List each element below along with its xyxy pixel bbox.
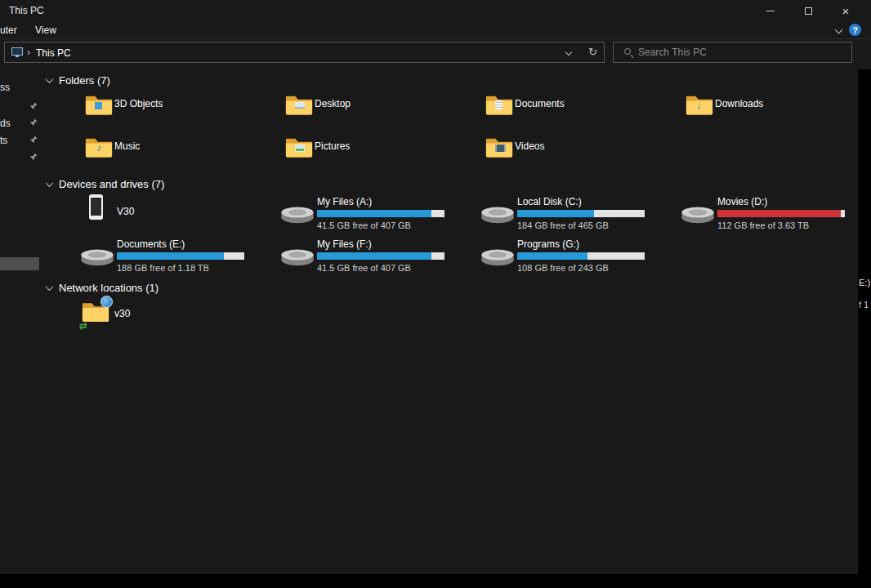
breadcrumb-chevron-icon: ›	[27, 47, 30, 58]
sidebar-pinned-item-4[interactable]	[0, 150, 39, 165]
sidebar-pinned-item-2[interactable]: ds	[0, 116, 39, 131]
hard-drive-icon	[480, 244, 515, 267]
drive-item-v30[interactable]: V30	[78, 194, 275, 234]
drive-free-text: 112 GB free of 3.63 TB	[717, 220, 809, 230]
sidebar-item-label-fragment: ts	[0, 135, 7, 146]
pin-icon	[29, 102, 38, 110]
folder-label: Videos	[515, 140, 544, 152]
folders-section-header[interactable]: Folders (7)	[47, 74, 110, 87]
navigation-pane: ss ds ts	[0, 65, 39, 574]
globe-icon	[100, 296, 113, 308]
documents-folder-icon	[485, 92, 513, 116]
folder-glyph: ↓	[696, 100, 702, 110]
minimize-button[interactable]	[752, 0, 789, 21]
folder-glyph: ♪	[96, 142, 102, 153]
sidebar-selected-item[interactable]	[0, 257, 39, 270]
folder-glyph	[295, 145, 305, 152]
bottom-black-bar	[0, 574, 871, 588]
pin-icon	[29, 136, 38, 144]
drive-usage-fill	[117, 252, 224, 260]
background-window-text-fragment: E:)	[859, 278, 870, 287]
folder-item-documents[interactable]: Documents	[479, 90, 673, 129]
network-arrows-icon: ⇄	[79, 321, 87, 331]
drives-section-header[interactable]: Devices and drives (7)	[47, 177, 164, 190]
sidebar-pinned-item-1[interactable]	[0, 100, 39, 114]
title-bar[interactable]: This PC ×	[0, 0, 871, 21]
drive-item-local-disk-c[interactable]: Local Disk (C:) 184 GB free of 465 GB	[479, 194, 675, 234]
drive-usage-bar	[317, 210, 444, 217]
drive-item-my-files-a[interactable]: My Files (A:) 41.5 GB free of 407 GB	[279, 194, 475, 234]
ribbon-expand-chevron-icon[interactable]	[835, 26, 843, 34]
drive-item-programs-g[interactable]: Programs (G:) 108 GB free of 243 GB	[479, 237, 675, 276]
section-title: Network locations (1)	[59, 282, 159, 294]
folder-glyph	[295, 102, 305, 109]
refresh-icon[interactable]: ↻	[588, 47, 597, 57]
folder-label: Pictures	[315, 140, 350, 152]
folder-item-pictures[interactable]: Pictures	[279, 132, 473, 172]
desktop-folder-icon	[285, 92, 313, 116]
folder-label: 3D Objects	[114, 98, 163, 109]
content-pane: Folders (7) 3D Objects Desktop Documents…	[39, 65, 871, 574]
3d-objects-folder-icon	[85, 92, 113, 116]
drive-item-movies-d[interactable]: Movies (D:) 112 GB free of 3.63 TB	[679, 194, 871, 234]
maximize-button[interactable]	[789, 0, 827, 21]
close-button[interactable]: ×	[827, 0, 864, 21]
drive-name: Documents (E:)	[117, 238, 185, 250]
music-folder-icon: ♪	[85, 135, 113, 158]
drive-usage-fill	[717, 210, 841, 217]
tab-view[interactable]: View	[35, 24, 56, 36]
folder-label: Downloads	[715, 98, 763, 109]
drive-name: Movies (D:)	[717, 196, 767, 207]
phone-icon	[89, 194, 103, 220]
network-item-label: v30	[114, 308, 130, 319]
folder-item-music[interactable]: ♪ Music	[78, 132, 273, 172]
chevron-down-icon[interactable]	[46, 179, 54, 187]
folder-label: Music	[114, 140, 140, 152]
network-folder-icon: ⇄	[82, 299, 109, 323]
maximize-icon	[805, 7, 812, 15]
pin-icon	[29, 153, 38, 161]
address-bar[interactable]: › This PC ↻	[4, 42, 605, 63]
address-row: › This PC ↻	[0, 39, 871, 65]
network-location-item-v30[interactable]: ⇄ v30	[78, 297, 273, 340]
folder-glyph	[495, 100, 502, 109]
search-box[interactable]	[613, 42, 852, 63]
folder-item-downloads[interactable]: ↓ Downloads	[679, 90, 871, 129]
pin-icon	[29, 118, 38, 127]
tab-computer-fragment[interactable]: uter	[0, 24, 17, 36]
ribbon-tab-bar: uter View ?	[0, 21, 871, 39]
breadcrumb[interactable]: This PC	[36, 47, 71, 59]
address-dropdown-icon[interactable]	[565, 49, 572, 56]
drive-item-documents-e[interactable]: Documents (E:) 188 GB free of 1.18 TB	[78, 237, 275, 276]
drive-usage-bar	[517, 210, 645, 217]
drive-name: Local Disk (C:)	[517, 196, 582, 207]
network-grid: ⇄ v30	[39, 297, 871, 346]
pictures-folder-icon	[285, 135, 313, 158]
drive-free-text: 41.5 GB free of 407 GB	[317, 263, 411, 273]
search-input[interactable]	[638, 43, 846, 61]
drive-item-my-files-f[interactable]: My Files (F:) 41.5 GB free of 407 GB	[279, 237, 475, 276]
drive-name: My Files (F:)	[317, 238, 372, 250]
sidebar-pinned-item-3[interactable]: ts	[0, 133, 39, 148]
background-window-strip: E:) f 1	[858, 69, 871, 588]
screen: This PC × uter View ? › This PC ↻	[0, 0, 871, 588]
drive-free-text: 188 GB free of 1.18 TB	[117, 263, 209, 273]
folder-item-desktop[interactable]: Desktop	[279, 90, 473, 129]
chevron-down-icon[interactable]	[46, 283, 54, 291]
drive-free-text: 41.5 GB free of 407 GB	[317, 220, 411, 230]
downloads-folder-icon: ↓	[686, 92, 713, 116]
network-section-header[interactable]: Network locations (1)	[47, 281, 159, 294]
window-title: This PC	[9, 5, 44, 16]
explorer-window: This PC × uter View ? › This PC ↻	[0, 0, 871, 574]
drive-usage-fill	[317, 210, 431, 217]
folder-item-videos[interactable]: Videos	[479, 132, 673, 172]
drives-grid: V30 My Files (A:) 41.5 GB free of 407 GB	[39, 194, 871, 279]
help-icon[interactable]: ?	[849, 24, 861, 36]
folder-item-3d-objects[interactable]: 3D Objects	[78, 90, 273, 129]
hard-drive-icon	[681, 202, 715, 225]
chevron-down-icon[interactable]	[46, 75, 54, 83]
videos-folder-icon	[485, 135, 513, 158]
drive-free-text: 108 GB free of 243 GB	[517, 263, 609, 273]
window-controls: ×	[752, 0, 864, 21]
sidebar-quick-access-label-fragment[interactable]: ss	[0, 82, 10, 93]
